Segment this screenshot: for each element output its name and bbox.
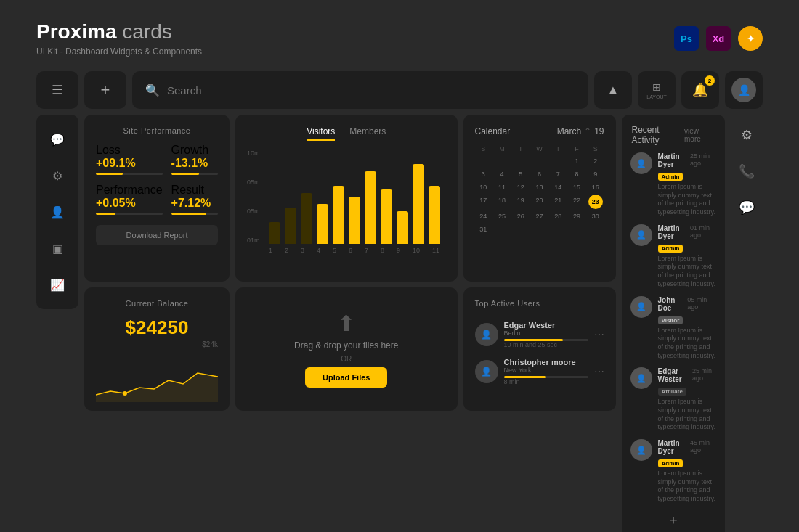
cal-day-15[interactable]: 15 xyxy=(568,181,585,193)
tab-members[interactable]: Members xyxy=(349,126,386,141)
tab-visitors[interactable]: Visitors xyxy=(307,126,335,141)
plus-icon: + xyxy=(101,81,110,99)
cal-day-12[interactable]: 12 xyxy=(512,181,530,193)
cal-day-4[interactable]: 4 xyxy=(493,168,511,180)
center-content: Site Performance Loss +09.1% Growth -13.… xyxy=(84,115,616,532)
balance-label: $24k xyxy=(96,340,218,348)
cal-day-6[interactable]: 6 xyxy=(531,168,548,180)
act-content-3: Edgar Wester 25 min ago Affiliate Lorem … xyxy=(658,367,716,432)
cal-day-5[interactable]: 5 xyxy=(512,168,530,180)
cal-day-26[interactable]: 26 xyxy=(512,210,530,222)
active-user-0: 👤 Edgar Wester Berlin 10 min and 25 sec … xyxy=(475,316,604,353)
cal-header-S: S xyxy=(475,144,492,154)
upload-text: Drag & drop your files here xyxy=(294,340,398,351)
balance-amount: $24250 xyxy=(96,316,218,339)
sparkline-chart xyxy=(96,359,218,402)
upload-card: ⬆ Drag & drop your files here OR Upload … xyxy=(235,287,458,411)
act-time-0: 25 min ago xyxy=(690,152,716,168)
act-content-2: John Doe 05 min ago Visitor Lorem Ipsum … xyxy=(658,296,716,361)
cal-day-18[interactable]: 18 xyxy=(493,195,511,209)
cal-day-27[interactable]: 27 xyxy=(531,210,548,222)
cal-day-29[interactable]: 29 xyxy=(568,210,585,222)
user-info-1: Christopher moore New York 8 min xyxy=(504,358,588,385)
user-avatar-button[interactable]: 👤 xyxy=(725,71,763,109)
add-button[interactable]: + xyxy=(84,71,126,109)
menu-button[interactable]: ☰ xyxy=(36,71,78,109)
download-report-button[interactable]: Download Report xyxy=(96,225,218,245)
loss-value: +09.1% xyxy=(96,157,163,170)
calendar-header: Calendar March ⌃ 19 xyxy=(475,126,604,136)
gear-icon-right[interactable]: ⚙ xyxy=(734,122,760,148)
row-1: Site Performance Loss +09.1% Growth -13.… xyxy=(84,115,616,282)
chart-x-labels: 1234567891011 xyxy=(263,247,446,254)
cal-day-23[interactable]: 23 xyxy=(588,195,603,209)
act-avatar-0: 👤 xyxy=(630,152,652,174)
message-icon-right[interactable]: 💬 xyxy=(734,195,760,221)
chart-bar-5 xyxy=(349,197,360,244)
visitors-tabs: Visitors Members xyxy=(247,126,446,141)
search-input[interactable] xyxy=(167,84,575,97)
cal-day-7[interactable]: 7 xyxy=(549,168,567,180)
cal-day-: . xyxy=(512,224,530,235)
notification-button[interactable]: 🔔 2 xyxy=(681,71,719,109)
act-time-1: 01 min ago xyxy=(690,224,716,240)
act-text-1: Lorem Ipsum is simply dummy text of the … xyxy=(658,255,716,289)
upload-button[interactable]: Upload Files xyxy=(305,367,387,388)
cal-day-9[interactable]: 9 xyxy=(587,168,604,180)
act-badge-0: Admin xyxy=(658,173,684,181)
cal-day-: . xyxy=(493,155,511,167)
cal-day-22[interactable]: 22 xyxy=(568,195,585,209)
layout-button[interactable]: ⊞ LAYOUT xyxy=(638,71,676,109)
cal-day-31[interactable]: 31 xyxy=(475,224,492,235)
user-time-1: 8 min xyxy=(504,378,588,385)
search-bar[interactable]: 🔍 xyxy=(132,71,588,109)
act-avatar-1: 👤 xyxy=(630,224,652,246)
cal-day-19[interactable]: 19 xyxy=(512,195,530,209)
cal-day-16[interactable]: 16 xyxy=(587,181,604,193)
act-content-0: Martin Dyer 25 min ago Admin Lorem Ipsum… xyxy=(658,152,716,217)
cal-day-1[interactable]: 1 xyxy=(568,155,585,167)
cal-day-11[interactable]: 11 xyxy=(493,181,511,193)
sidebar-item-settings[interactable]: ⚙ xyxy=(44,163,70,189)
cal-day-17[interactable]: 17 xyxy=(475,195,492,209)
sidebar-item-layout[interactable]: ▣ xyxy=(44,235,70,261)
cal-day-28[interactable]: 28 xyxy=(549,210,567,222)
cal-day-8[interactable]: 8 xyxy=(568,168,585,180)
cal-day-10[interactable]: 10 xyxy=(475,181,492,193)
cal-day-30[interactable]: 30 xyxy=(587,210,604,222)
cal-day-20[interactable]: 20 xyxy=(531,195,548,209)
user-info-0: Edgar Wester Berlin 10 min and 25 sec xyxy=(504,321,588,348)
cal-day-13[interactable]: 13 xyxy=(531,181,548,193)
cal-day-24[interactable]: 24 xyxy=(475,210,492,222)
act-name-1: Martin Dyer xyxy=(658,224,690,240)
cal-day-14[interactable]: 14 xyxy=(549,181,567,193)
cal-day-21[interactable]: 21 xyxy=(549,195,567,209)
loss-item: Loss +09.1% xyxy=(96,144,163,175)
result-item: Result +7.12% xyxy=(171,184,218,215)
result-value: +7.12% xyxy=(171,197,218,210)
sidebar-item-chat[interactable]: 💬 xyxy=(44,126,70,152)
performance-bar-fill xyxy=(96,213,115,215)
phone-icon-right[interactable]: 📞 xyxy=(734,158,760,184)
brand-subtitle: UI Kit - Dashboard Widgets & Components xyxy=(36,46,202,57)
chart-bar-2 xyxy=(301,193,312,244)
user-options-0[interactable]: ⋯ xyxy=(594,329,604,340)
view-more-button[interactable]: view more xyxy=(684,127,715,143)
user-options-1[interactable]: ⋯ xyxy=(594,366,604,377)
cal-day-: . xyxy=(568,224,585,235)
drive-button[interactable]: ▲ xyxy=(594,71,632,109)
add-activity-button[interactable]: ＋ xyxy=(667,512,680,527)
chart-bar-4 xyxy=(333,186,344,244)
act-name-2: John Doe xyxy=(658,296,688,312)
sidebar-item-chart[interactable]: 📈 xyxy=(44,271,70,298)
loss-bar xyxy=(96,173,163,175)
cal-day-3[interactable]: 3 xyxy=(475,168,492,180)
main-content: 💬 ⚙ 👤 ▣ 📈 Site Performance Loss +09.1% xyxy=(36,115,763,532)
cal-day-25[interactable]: 25 xyxy=(493,210,511,222)
act-text-4: Lorem Ipsum is simply dummy text of the … xyxy=(658,470,716,504)
cal-header-S: S xyxy=(587,144,604,154)
cal-day-2[interactable]: 2 xyxy=(587,155,604,167)
sidebar-item-user[interactable]: 👤 xyxy=(44,199,70,225)
notification-badge: 2 xyxy=(705,75,715,86)
performance-grid: Loss +09.1% Growth -13.1% xyxy=(96,144,218,215)
